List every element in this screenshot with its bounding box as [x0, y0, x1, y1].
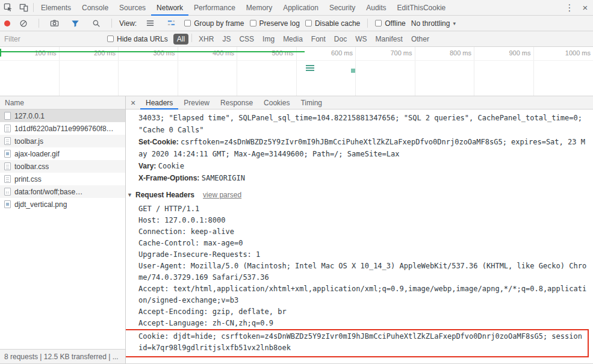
name-column-header[interactable]: Name — [0, 96, 125, 110]
filter-type-ws[interactable]: WS — [352, 34, 370, 45]
view-small-rows-icon[interactable] — [142, 19, 158, 28]
script-file-icon — [4, 125, 11, 132]
tab-application[interactable]: Application — [278, 0, 324, 15]
request-row[interactable]: djdt_vertical.png — [0, 198, 125, 211]
details-tab-preview[interactable]: Preview — [178, 96, 215, 109]
hide-data-urls-checkbox[interactable]: Hide data URLs — [107, 35, 168, 43]
request-line-cookie: Cookie: djdt=hide; csrftoken=z4sDnWBZDz5… — [127, 331, 586, 354]
network-overview-timeline[interactable]: 100 ms 200 ms 300 ms 400 ms 500 ms 600 m… — [0, 47, 593, 96]
details-tab-cookies[interactable]: Cookies — [258, 96, 295, 109]
filter-type-js[interactable]: JS — [219, 34, 234, 45]
details-tab-headers[interactable]: Headers — [140, 96, 178, 109]
throttling-select[interactable]: No throttling ▾ — [411, 19, 456, 28]
clear-network-log-icon[interactable] — [16, 19, 31, 28]
tab-elements[interactable]: Elements — [36, 0, 76, 15]
network-main-area: Name 127.0.0.1 1d1df6220ab711e9996760f8…… — [0, 96, 593, 364]
tab-security[interactable]: Security — [324, 0, 361, 15]
divider — [39, 19, 39, 28]
divider — [111, 19, 112, 28]
timeline-waterfall-marks — [306, 65, 314, 66]
inspect-element-icon[interactable] — [0, 0, 16, 15]
tab-sources[interactable]: Sources — [114, 0, 151, 15]
details-tab-response[interactable]: Response — [215, 96, 258, 109]
image-file-icon — [4, 150, 11, 158]
disable-cache-checkbox[interactable]: Disable cache — [305, 19, 360, 28]
request-line: User-Agent: Mozilla/5.0 (Macintosh; Inte… — [127, 261, 589, 283]
filter-type-img[interactable]: Img — [259, 34, 278, 45]
timeline-tick: 700 ms — [356, 47, 415, 96]
request-row[interactable]: toolbar.js — [0, 135, 125, 147]
tab-console[interactable]: Console — [76, 0, 114, 15]
screenshot-capture-icon[interactable] — [46, 19, 62, 28]
request-line: Upgrade-Insecure-Requests: 1 — [127, 249, 589, 261]
timeline-tick: 200 ms — [60, 47, 119, 96]
devtools-window: Elements Console Sources Network Perform… — [0, 0, 593, 364]
filter-type-font[interactable]: Font — [308, 34, 329, 45]
chevron-down-icon: ▾ — [453, 20, 456, 26]
triangle-expanded-icon[interactable]: ▼ — [127, 189, 135, 201]
filter-type-manifest[interactable]: Manifest — [372, 34, 406, 45]
filter-input[interactable] — [4, 35, 102, 43]
request-line: Host: 127.0.0.1:8000 — [127, 215, 589, 226]
filter-type-other[interactable]: Other — [408, 34, 433, 45]
timeline-tick: 800 ms — [415, 47, 475, 96]
view-waterfall-icon[interactable] — [163, 19, 179, 28]
timeline-tick: 600 ms — [297, 47, 356, 96]
throttling-value: No throttling — [411, 19, 450, 28]
tab-performance[interactable]: Performance — [188, 0, 241, 15]
kebab-menu-icon[interactable]: ⋮ — [562, 0, 577, 15]
details-tab-timing[interactable]: Timing — [295, 96, 328, 109]
request-headers-section[interactable]: ▼ Request Headers view parsed — [127, 189, 589, 201]
record-network-log-icon[interactable] — [4, 20, 10, 26]
cookie-highlight-box: Cookie: djdt=hide; csrftoken=z4sDnWBZDz5… — [126, 329, 589, 357]
response-header-vary: Vary: Cookie — [127, 160, 589, 172]
close-details-icon[interactable]: × — [126, 96, 140, 109]
request-row[interactable]: print.css — [0, 173, 125, 185]
request-row[interactable]: 1d1df6220ab711e9996760f8… — [0, 122, 125, 135]
request-row[interactable]: data:font/woff;base… — [0, 185, 125, 198]
filter-type-all[interactable]: All — [173, 34, 188, 45]
timeline-tick: 400 ms — [178, 47, 238, 96]
tab-audits[interactable]: Audits — [361, 0, 391, 15]
filter-funnel-icon[interactable] — [67, 19, 83, 28]
disable-cache-label: Disable cache — [315, 19, 360, 28]
offline-checkbox[interactable]: Offline — [375, 19, 405, 28]
timeline-start-tick — [0, 49, 1, 57]
view-label: View: — [119, 19, 137, 28]
preserve-log-checkbox[interactable]: Preserve log — [250, 19, 300, 28]
request-line: Cache-Control: max-age=0 — [127, 238, 589, 249]
devtools-tabbar: Elements Console Sources Network Perform… — [0, 0, 593, 16]
request-row[interactable]: toolbar.css — [0, 160, 125, 173]
filter-type-media[interactable]: Media — [279, 34, 306, 45]
view-parsed-link[interactable]: view parsed — [203, 189, 241, 201]
group-by-frame-checkbox[interactable]: Group by frame — [184, 19, 244, 28]
filter-type-css[interactable]: CSS — [235, 34, 258, 45]
tab-network[interactable]: Network — [151, 0, 188, 15]
timeline-tick: 500 ms — [237, 47, 297, 96]
timeline-grid: 100 ms 200 ms 300 ms 400 ms 500 ms 600 m… — [0, 47, 593, 96]
headers-content: 34033; "Elapsed time", SQLPanel_sql_time… — [126, 110, 593, 364]
response-header-x-frame-options: X-Frame-Options: SAMEORIGIN — [127, 172, 589, 184]
document-file-icon — [4, 112, 11, 120]
tab-memory[interactable]: Memory — [241, 0, 278, 15]
resource-type-filters: All XHR JS CSS Img Media Font Doc WS Man… — [173, 34, 433, 45]
tab-editthiscookie[interactable]: EditThisCookie — [392, 0, 452, 15]
timeline-tick: 100 ms — [0, 47, 60, 96]
search-icon[interactable] — [88, 19, 104, 28]
timeline-tick: 1000 ms — [534, 47, 593, 96]
device-toolbar-icon[interactable] — [16, 0, 31, 15]
divider — [191, 34, 192, 42]
filter-type-doc[interactable]: Doc — [331, 34, 350, 45]
request-line: Accept: text/html,application/xhtml+xml,… — [127, 283, 589, 306]
offline-label: Offline — [385, 19, 405, 28]
details-tabbar: × Headers Preview Response Cookies Timin… — [126, 96, 593, 110]
close-devtools-icon[interactable]: × — [577, 0, 593, 15]
request-line: Accept-Encoding: gzip, deflate, br — [127, 306, 589, 318]
request-row[interactable]: 127.0.0.1 — [0, 110, 125, 122]
stylesheet-file-icon — [4, 162, 11, 170]
checkbox-icon — [107, 35, 114, 42]
filter-type-xhr[interactable]: XHR — [195, 34, 217, 45]
timeline-waterfall-mark — [351, 69, 355, 73]
request-row[interactable]: ajax-loader.gif — [0, 147, 125, 160]
summary-text: 8 requests | 12.5 KB transferred | ... — [4, 353, 119, 361]
